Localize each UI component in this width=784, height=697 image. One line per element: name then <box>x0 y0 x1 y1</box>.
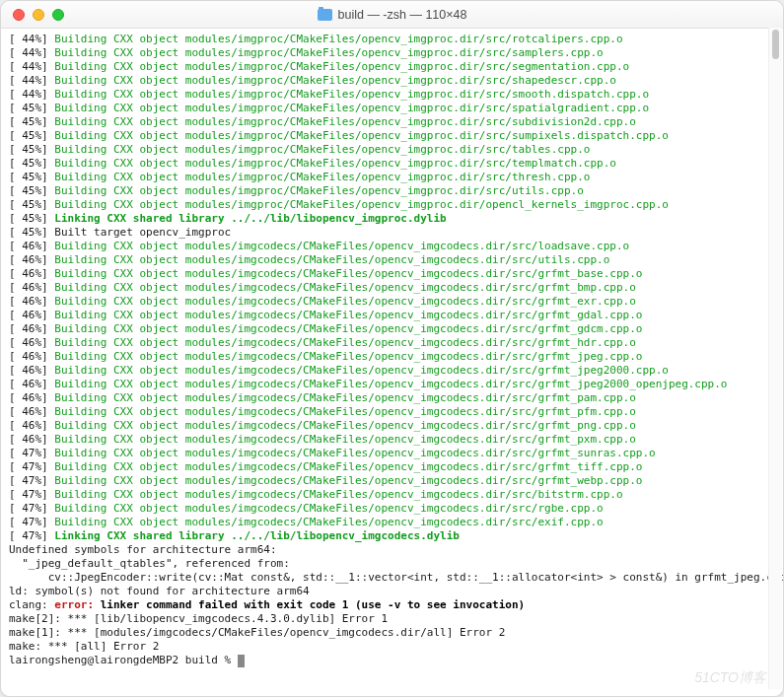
error-line: Undefined symbols for architecture arm64… <box>9 543 775 557</box>
build-line: [ 44%] Building CXX object modules/imgpr… <box>9 46 775 60</box>
build-line: [ 44%] Building CXX object modules/imgpr… <box>9 88 775 102</box>
build-line: [ 45%] Building CXX object modules/imgpr… <box>9 198 775 212</box>
build-line: [ 46%] Building CXX object modules/imgco… <box>9 253 775 267</box>
build-line: [ 47%] Linking CXX shared library ../../… <box>9 529 775 543</box>
title-text: build — -zsh — 110×48 <box>338 8 467 22</box>
scrollbar-thumb[interactable] <box>772 30 779 59</box>
build-line: [ 47%] Building CXX object modules/imgco… <box>9 460 775 474</box>
build-line: [ 44%] Building CXX object modules/imgpr… <box>9 33 775 46</box>
scrollbar[interactable] <box>768 28 782 689</box>
build-line: [ 44%] Building CXX object modules/imgpr… <box>9 60 775 74</box>
close-icon[interactable] <box>13 9 25 21</box>
prompt-line[interactable]: lairongsheng@lairongdeMBP2 build % <box>9 654 775 667</box>
make-line: make[2]: *** [lib/libopencv_imgcodecs.4.… <box>9 612 775 626</box>
terminal-window: build — -zsh — 110×48 [ 44%] Building CX… <box>0 0 784 697</box>
error-line: cv::JpegEncoder::write(cv::Mat const&, s… <box>9 571 775 585</box>
build-line: [ 47%] Building CXX object modules/imgco… <box>9 447 775 460</box>
traffic-lights <box>1 9 64 21</box>
build-line: [ 46%] Building CXX object modules/imgco… <box>9 364 775 378</box>
minimize-icon[interactable] <box>33 9 44 21</box>
build-line: [ 45%] Building CXX object modules/imgpr… <box>9 171 775 184</box>
build-line: [ 46%] Building CXX object modules/imgco… <box>9 405 775 419</box>
build-line: [ 47%] Building CXX object modules/imgco… <box>9 488 775 502</box>
build-line: [ 45%] Building CXX object modules/imgpr… <box>9 184 775 198</box>
build-line: [ 45%] Building CXX object modules/imgpr… <box>9 102 775 115</box>
build-line: [ 45%] Built target opencv_imgproc <box>9 226 775 240</box>
build-line: [ 46%] Building CXX object modules/imgco… <box>9 322 775 336</box>
make-line: make: *** [all] Error 2 <box>9 640 775 654</box>
build-line: [ 46%] Building CXX object modules/imgco… <box>9 378 775 391</box>
build-line: [ 46%] Building CXX object modules/imgco… <box>9 433 775 447</box>
build-line: [ 45%] Building CXX object modules/imgpr… <box>9 143 775 157</box>
build-line: [ 46%] Building CXX object modules/imgco… <box>9 281 775 295</box>
cursor-icon <box>238 655 245 667</box>
build-line: [ 46%] Building CXX object modules/imgco… <box>9 267 775 281</box>
terminal-body[interactable]: [ 44%] Building CXX object modules/imgpr… <box>1 29 783 696</box>
build-line: [ 44%] Building CXX object modules/imgpr… <box>9 74 775 88</box>
build-line: [ 46%] Building CXX object modules/imgco… <box>9 419 775 433</box>
window-title: build — -zsh — 110×48 <box>1 8 783 22</box>
error-line: ld: symbol(s) not found for architecture… <box>9 585 775 598</box>
zoom-icon[interactable] <box>52 9 64 21</box>
make-line: make[1]: *** [modules/imgcodecs/CMakeFil… <box>9 626 775 640</box>
folder-icon <box>318 9 332 21</box>
build-line: [ 46%] Building CXX object modules/imgco… <box>9 391 775 405</box>
build-line: [ 47%] Building CXX object modules/imgco… <box>9 474 775 488</box>
error-line: "_jpeg_default_qtables", referenced from… <box>9 557 775 571</box>
build-line: [ 45%] Linking CXX shared library ../../… <box>9 212 775 226</box>
build-line: [ 46%] Building CXX object modules/imgco… <box>9 336 775 350</box>
build-line: [ 47%] Building CXX object modules/imgco… <box>9 516 775 529</box>
build-line: [ 46%] Building CXX object modules/imgco… <box>9 295 775 309</box>
build-line: [ 46%] Building CXX object modules/imgco… <box>9 309 775 322</box>
build-line: [ 45%] Building CXX object modules/imgpr… <box>9 115 775 129</box>
build-line: [ 45%] Building CXX object modules/imgpr… <box>9 157 775 171</box>
build-line: [ 47%] Building CXX object modules/imgco… <box>9 502 775 516</box>
build-line: [ 46%] Building CXX object modules/imgco… <box>9 350 775 364</box>
titlebar[interactable]: build — -zsh — 110×48 <box>1 1 783 29</box>
build-line: [ 45%] Building CXX object modules/imgpr… <box>9 129 775 143</box>
clang-error-line: clang: error: linker command failed with… <box>9 598 775 612</box>
build-line: [ 46%] Building CXX object modules/imgco… <box>9 240 775 253</box>
